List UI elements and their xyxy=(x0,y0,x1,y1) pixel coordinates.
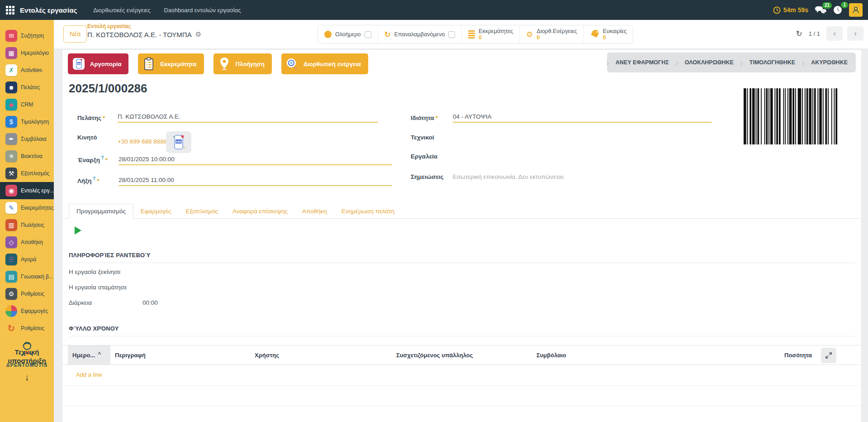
tab-4[interactable]: Αποθήκη xyxy=(295,204,334,218)
sidebar-item-sales[interactable]: ▥Πωλήσεις xyxy=(0,216,54,234)
column-description[interactable]: Περιγραφή xyxy=(115,345,146,364)
support-arrow-icon[interactable]: ↓ xyxy=(0,372,54,383)
recurring-checkbox[interactable] xyxy=(448,31,455,38)
sidebar-item-calendar[interactable]: ▦Ημερολόγιο xyxy=(0,44,54,62)
sidebar-item-purchase[interactable]: ☰Αγορά xyxy=(0,251,54,268)
sidebar-item-inventory[interactable]: ◇Αποθήκη xyxy=(0,234,54,251)
grid-icon xyxy=(6,6,14,14)
user-avatar[interactable] xyxy=(849,3,863,17)
pager-next-button[interactable]: › xyxy=(847,26,863,41)
stage-1[interactable]: ΑΝΕΥ ΕΦΑΡΜΟΓΗΣ xyxy=(607,59,677,66)
circle-icon xyxy=(324,31,332,38)
notes-input[interactable]: Εσωτερική επικοινωνία. Δεν εκτυπώνεται. xyxy=(453,173,711,180)
duration-value: 00:00 xyxy=(142,299,158,306)
breadcrumb-record-name: Π. ΚΩΤΣΟΒΟΛΟΣ Α.Ε. - ΤΟΥΜΠΑ xyxy=(87,31,192,38)
list-icon xyxy=(468,29,475,39)
stage-3[interactable]: ΤΙΜΟΛΟΓΗΘΗΚΕ xyxy=(741,59,803,66)
sidebar-item-customers[interactable]: ☻Πελάτες xyxy=(0,79,54,96)
work-stopped-label: Η εργασία σταμάτησε xyxy=(69,284,127,291)
column-date[interactable]: Ημερο... ^ xyxy=(68,345,110,364)
sidebar-item-settings-alt[interactable]: ↻Ρυθμίσεις xyxy=(0,320,54,337)
tab-3[interactable]: Αναφορά επίσκεψης xyxy=(225,204,295,218)
statusbar: ΠΡΟΓΡΑΜΜΑΤΙΣΜΕΝΟ›ΑΝΕΥ ΕΦΑΡΜΟΓΗΣ›ΟΛΟΚΛΗΡΩ… xyxy=(607,53,856,72)
quick-action-label: Διορθ.Ενέργειες xyxy=(537,28,577,34)
quick-action-label: Εκκρεμότητες xyxy=(479,28,513,34)
field-mobile: Κινητό xyxy=(77,134,97,141)
breadcrumb: Εντολή εργασίας Π. ΚΩΤΣΟΒΟΛΟΣ Α.Ε. - ΤΟΥ… xyxy=(87,23,201,38)
screen: Εντολές εργασίας Διορθωτικές ενέργειες D… xyxy=(0,0,868,422)
expand-icon xyxy=(825,352,832,359)
apps-grid-icon[interactable] xyxy=(0,6,20,14)
mobile-phone-link[interactable]: +30 699 688 8888 xyxy=(118,138,167,145)
tab-2[interactable]: Εξοπλισμός xyxy=(179,204,225,218)
pending-items-icon: ✎ xyxy=(5,202,17,214)
tools-input[interactable] xyxy=(453,153,711,161)
sidebar-item-work-orders[interactable]: ◉Εντολές εργ... xyxy=(0,182,54,199)
sidebar-item-discuss[interactable]: ✉Συζήτηση xyxy=(0,27,54,44)
field-notes: Σημειώσεις xyxy=(411,173,444,180)
sidebar-item-label: Εξοπλισμός xyxy=(21,170,49,177)
messages-button[interactable]: 21 xyxy=(815,5,826,14)
sidebar-item-pending-items[interactable]: ✎Εκκρεμότητες xyxy=(0,199,54,216)
quick-action-pending[interactable]: Εκκρεμότητες0 xyxy=(462,25,520,43)
refresh-icon[interactable]: ↻ xyxy=(796,29,802,38)
start-input[interactable]: 28/01/2025 10:00:00 xyxy=(119,156,392,165)
send-sms-button[interactable]: SMS xyxy=(166,131,191,153)
customers-icon: ☻ xyxy=(5,82,17,93)
sidebar-item-label: Αγορά xyxy=(21,256,36,263)
sidebar-item-settings[interactable]: ⚙Ρυθμίσεις xyxy=(0,285,54,302)
sidebar-item-biocides[interactable]: ✳Βιοκτόνα xyxy=(0,148,54,165)
quick-action-corrective-actions[interactable]: ⚙Διορθ.Ενέργειες0 xyxy=(520,25,583,43)
sidebar-item-apps[interactable]: Εφαρμογές xyxy=(0,302,54,320)
knowledge-icon: ▤ xyxy=(5,271,17,283)
inventory-icon: ◇ xyxy=(5,236,17,248)
menu-corrective-actions[interactable]: Διορθωτικές ενέργειες xyxy=(93,7,150,14)
quick-action-opportunities[interactable]: Ευκαιρίες0 xyxy=(584,25,633,43)
breadcrumb-model-link[interactable]: Εντολή εργασίας xyxy=(87,23,201,29)
corrective-action-button[interactable]: Διορθωτική ενέργεια xyxy=(281,53,368,74)
sidebar-item-activities[interactable]: ✗Activities xyxy=(0,62,54,79)
menu-dashboard[interactable]: Dashboard εντολών εργασίας xyxy=(164,7,241,14)
role-value: 04 - ΑΥΤΟΨΙΑ xyxy=(453,113,492,120)
column-quantity[interactable]: Ποσότητα xyxy=(784,345,812,364)
tag-icon xyxy=(590,30,599,39)
activities-button[interactable]: 1 xyxy=(833,5,843,15)
column-contract[interactable]: Συμβόλαιο xyxy=(536,345,566,364)
navigation-button[interactable]: Πλοήγηση xyxy=(213,53,272,74)
quick-action-recurring[interactable]: ↻Επαναλαμβανόμενο xyxy=(378,25,462,43)
messages-badge: 21 xyxy=(822,2,832,9)
end-input[interactable]: 28/01/2025 11:00:00 xyxy=(119,177,392,186)
magnifier-icon xyxy=(285,57,299,71)
sidebar-item-knowledge[interactable]: ▤Γνωσιακή β... xyxy=(0,268,54,285)
quick-action-label: Επαναλαμβανόμενο xyxy=(394,31,445,38)
pager-prev-button[interactable]: ‹ xyxy=(826,26,843,41)
sidebar-item-equipment[interactable]: ⚒Εξοπλισμός xyxy=(0,165,54,182)
all-day-checkbox[interactable] xyxy=(365,31,371,38)
add-a-line-link[interactable]: Add a line xyxy=(76,371,102,378)
role-input[interactable]: 04 - ΑΥΤΟΨΙΑ xyxy=(453,113,711,123)
sidebar-item-label: Βιοκτόνα xyxy=(21,153,43,159)
stage-2[interactable]: ΟΛΟΚΛΗΡΩΘΗΚΕ xyxy=(677,59,742,66)
customer-input[interactable]: Π. ΚΩΤΣΟΒΟΛΟΣ Α.Ε. xyxy=(118,113,378,123)
sidebar-item-crm[interactable]: ◆CRM xyxy=(0,96,54,113)
stage-4[interactable]: ΑΚΥΡΩΘΗΚΕ xyxy=(803,59,856,66)
end-value: 28/01/2025 11:00:00 xyxy=(119,177,174,183)
tools-label: Εργαλεία xyxy=(411,153,437,160)
customer-label: Πελάτης xyxy=(77,115,101,121)
quick-action-all-day[interactable]: Ολοήμερο xyxy=(318,25,378,43)
start-work-play-button[interactable] xyxy=(75,226,81,235)
delay-sms-button[interactable]: SMSΑργοπορία xyxy=(68,53,128,74)
column-user[interactable]: Χρήστης xyxy=(255,345,279,364)
new-badge[interactable]: Νέα xyxy=(63,25,87,43)
sidebar-item-contracts[interactable]: ✒Συμβόλαια xyxy=(0,130,54,148)
tab-5[interactable]: Ενημέρωση πελάτη xyxy=(334,204,402,218)
technicians-input[interactable] xyxy=(453,134,711,142)
pending-item-button[interactable]: Εκκρεμότητα xyxy=(138,53,204,74)
empty-row xyxy=(62,385,861,386)
tab-1[interactable]: Εφαρμογές xyxy=(133,204,179,218)
sidebar-item-invoicing[interactable]: $Τιμολόγηση xyxy=(0,113,54,130)
expand-table-button[interactable] xyxy=(821,348,836,363)
tab-0[interactable]: Προγραμματισμός xyxy=(69,204,133,219)
column-related-employee[interactable]: Συσχετιζόμενος υπάλληλος xyxy=(396,345,473,364)
record-gear-icon[interactable]: ⚙ xyxy=(195,30,201,38)
